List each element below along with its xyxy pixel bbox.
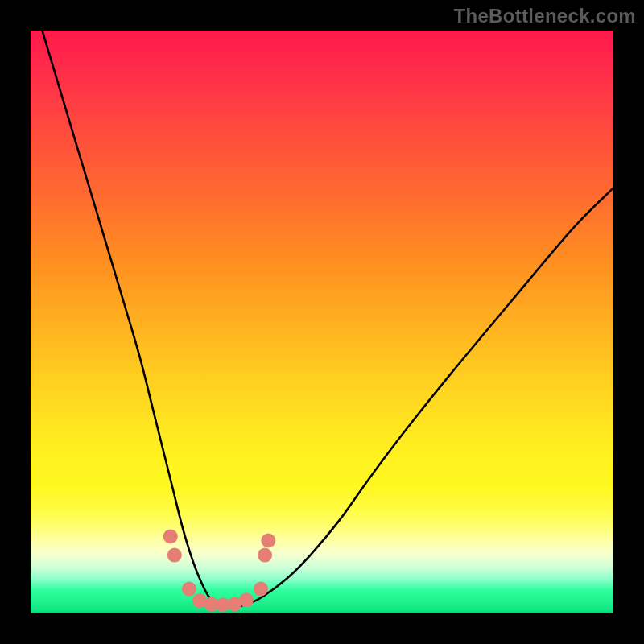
chart-frame: TheBottleneck.com xyxy=(0,0,644,644)
marker-dot xyxy=(254,582,268,597)
marker-dot xyxy=(239,592,254,607)
marker-dot xyxy=(167,548,182,563)
plot-area xyxy=(31,31,613,613)
watermark-text: TheBottleneck.com xyxy=(454,5,636,27)
marker-dot xyxy=(163,529,178,543)
marker-dot xyxy=(258,548,272,563)
marker-dot xyxy=(182,582,196,597)
marker-dot xyxy=(261,534,275,548)
curve-markers xyxy=(31,31,613,613)
